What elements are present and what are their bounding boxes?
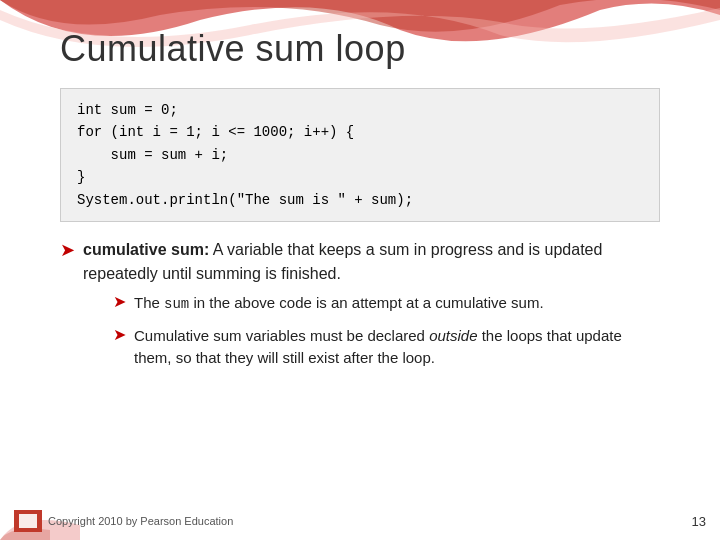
sub-bullet-symbol-2: ➤	[113, 325, 126, 344]
sub-bullet-text-1: The sum in the above code is an attempt …	[134, 292, 544, 315]
italic-outside: outside	[429, 327, 477, 344]
code-line-1: int sum = 0;	[77, 99, 643, 121]
page-number: 13	[692, 514, 706, 529]
code-line-4: }	[77, 166, 643, 188]
copyright-text: Copyright 2010 by Pearson Education	[48, 515, 233, 527]
sub-bullet-symbol-1: ➤	[113, 292, 126, 311]
pearson-logo	[14, 510, 42, 532]
code-line-2: for (int i = 1; i <= 1000; i++) {	[77, 121, 643, 143]
code-line-3: sum = sum + i;	[77, 144, 643, 166]
slide-title: Cumulative sum loop	[60, 28, 660, 70]
sub-bullet-1: ➤ The sum in the above code is an attemp…	[113, 292, 660, 315]
sub-bullets: ➤ The sum in the above code is an attemp…	[113, 292, 660, 370]
slide-content: Cumulative sum loop int sum = 0; for (in…	[0, 0, 720, 540]
bold-cumulative-sum: cumulative sum:	[83, 241, 209, 258]
sum-code-inline: sum	[164, 296, 189, 312]
footer-logo-area: Copyright 2010 by Pearson Education	[14, 510, 233, 532]
main-bullet-text: cumulative sum: A variable that keeps a …	[83, 238, 660, 380]
bullet-symbol-1: ➤	[60, 239, 75, 261]
pearson-logo-inner	[19, 514, 37, 528]
code-block: int sum = 0; for (int i = 1; i <= 1000; …	[60, 88, 660, 222]
main-bullet: ➤ cumulative sum: A variable that keeps …	[60, 238, 660, 380]
sub-bullet-2: ➤ Cumulative sum variables must be decla…	[113, 325, 660, 370]
sub-bullet-text-2: Cumulative sum variables must be declare…	[134, 325, 660, 370]
title-area: Cumulative sum loop	[0, 10, 720, 80]
bullets-area: ➤ cumulative sum: A variable that keeps …	[60, 238, 660, 380]
footer: Copyright 2010 by Pearson Education 13	[0, 510, 720, 532]
code-line-5: System.out.println("The sum is " + sum);	[77, 189, 643, 211]
